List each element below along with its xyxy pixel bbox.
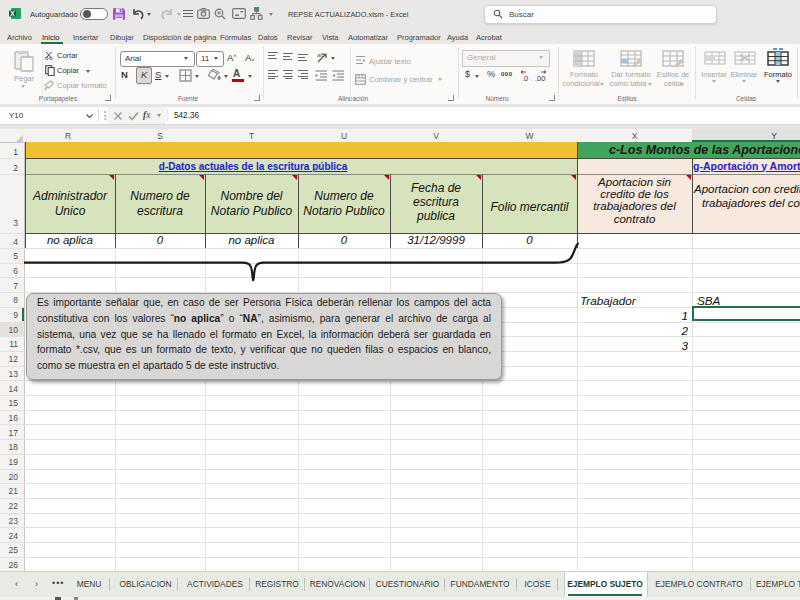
svg-text:.00: .00 xyxy=(535,74,545,83)
svg-text:X: X xyxy=(10,10,15,17)
svg-text:ab: ab xyxy=(317,52,324,58)
svg-text:.0: .0 xyxy=(522,74,528,83)
